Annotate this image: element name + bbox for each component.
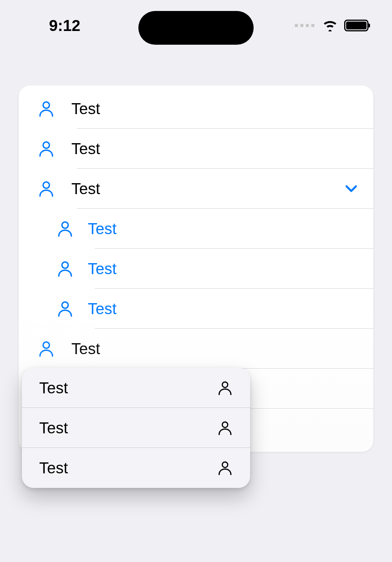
list-row-child[interactable]: Test (19, 249, 373, 289)
svg-point-9 (222, 422, 228, 427)
menu-item-label: Test (39, 419, 68, 437)
status-indicators (295, 20, 368, 31)
person-icon (38, 340, 55, 357)
list-row-label: Test (71, 100, 100, 118)
person-icon (56, 260, 74, 277)
menu-item-label: Test (39, 379, 68, 397)
person-icon (217, 420, 233, 436)
list-row-label: Test (88, 300, 116, 318)
list-row[interactable]: Test (19, 329, 373, 369)
list-row-expandable[interactable]: Test (19, 169, 373, 209)
list-row[interactable]: Test (19, 129, 373, 169)
svg-point-5 (62, 302, 68, 308)
list-row-label: Test (88, 220, 116, 238)
wifi-icon (322, 20, 338, 31)
svg-point-2 (43, 182, 49, 188)
person-icon (38, 100, 55, 117)
list-row-label: Test (71, 180, 100, 198)
list-row[interactable]: Test (19, 89, 373, 129)
list-row-child[interactable]: Test (19, 209, 373, 249)
person-icon (217, 460, 233, 476)
svg-point-0 (43, 102, 49, 108)
person-icon (38, 180, 55, 197)
list-row-label: Test (71, 140, 100, 158)
list-row-child[interactable]: Test (19, 289, 373, 329)
status-bar: 9:12 (0, 0, 392, 51)
person-icon (56, 300, 74, 317)
person-icon (217, 380, 233, 396)
menu-item[interactable]: Test (22, 448, 250, 488)
svg-point-8 (222, 382, 228, 387)
svg-point-6 (43, 342, 49, 348)
svg-point-4 (62, 262, 68, 268)
svg-point-3 (62, 222, 68, 228)
dynamic-island (138, 11, 254, 45)
cellular-dots-icon (295, 24, 314, 27)
context-menu: Test Test Test (22, 368, 250, 488)
list-row-label: Test (88, 260, 116, 278)
svg-point-1 (43, 142, 49, 148)
svg-point-10 (222, 462, 228, 467)
chevron-down-icon (344, 182, 358, 196)
menu-item[interactable]: Test (22, 408, 250, 448)
list-row-label: Test (71, 340, 100, 358)
menu-item-label: Test (39, 459, 68, 477)
status-time: 9:12 (49, 17, 80, 35)
battery-icon (344, 20, 368, 31)
menu-item[interactable]: Test (22, 368, 250, 408)
person-icon (38, 140, 55, 157)
person-icon (56, 220, 74, 237)
